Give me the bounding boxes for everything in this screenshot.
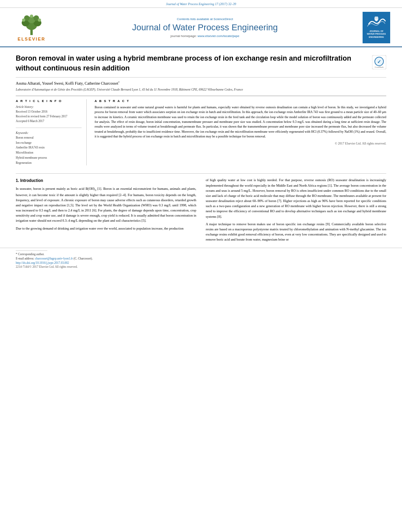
body-divider: [16, 173, 386, 174]
intro-section-heading: Introduction: [20, 178, 43, 183]
article-footer: * Corresponding author. E-mail address: …: [0, 248, 402, 271]
email-author: (C. Charcosset).: [74, 257, 93, 260]
elsevier-tree-icon: [16, 14, 47, 36]
journal-homepage: journal homepage: www.elsevier.com/locat…: [55, 34, 355, 38]
article-info-block: A R T I C L E I N F O Article history: R…: [16, 99, 82, 124]
sciencedirect-text[interactable]: ScienceDirect: [214, 17, 233, 21]
affiliation-line: Laboratoire d'Automatique et de Génie de…: [16, 87, 386, 92]
keyword-4: Microfiltration: [16, 150, 82, 156]
revised-date: Received in revised form 27 February 201…: [16, 114, 82, 119]
abstract-column: A B S T R A C T Boron contained in seawa…: [95, 99, 386, 166]
homepage-url[interactable]: www.elsevier.com/locate/jwpe: [197, 34, 239, 38]
history-label: Article history:: [16, 105, 82, 109]
journal-logo-text: JOURNAL OFWATER PROCESSENGINEERING: [367, 30, 386, 38]
keywords-list: Boron removal Ion exchange Amberlite IRA…: [16, 135, 82, 166]
accepted-date: Accepted 6 March 2017: [16, 119, 82, 124]
email-link[interactable]: charcosset@lagep.univ-lyon1.fr: [35, 257, 73, 260]
svg-point-7: [22, 19, 25, 22]
copyright-line: © 2017 Elsevier Ltd. All rights reserved…: [95, 142, 386, 145]
intro-section-title: 1. Introduction: [16, 178, 196, 184]
authors-line: Assma Alharati, Yousef Swesi, Koffi Fiat…: [16, 81, 386, 85]
keyword-6: Regeneration: [16, 161, 82, 166]
body-content: 1. Introduction In seawater, boron is pr…: [0, 178, 402, 245]
affiliation-text: Laboratoire d'Automatique et de Génie de…: [16, 88, 243, 91]
keyword-1: Boron removal: [16, 135, 82, 141]
journal-logo-box: JOURNAL OFWATER PROCESSENGINEERING: [363, 12, 390, 43]
introduction-section: 1. Introduction In seawater, boron is pr…: [16, 178, 386, 245]
abstract-heading: A B S T R A C T: [95, 99, 386, 103]
keywords-heading: Keywords:: [16, 131, 82, 135]
article-info-heading: A R T I C L E I N F O: [16, 99, 82, 103]
svg-point-8: [38, 19, 41, 22]
abstract-text: Boron contained in seawater and some nat…: [95, 105, 386, 139]
article-info-column: A R T I C L E I N F O Article history: R…: [16, 99, 87, 166]
article-info-abstract-section: A R T I C L E I N F O Article history: R…: [16, 96, 386, 166]
elsevier-logo: ELSEVIER: [8, 14, 55, 41]
svg-text:✓: ✓: [377, 59, 381, 65]
doi-text: http://dx.doi.org/10.1016/j.jwpe.2017.03…: [16, 261, 69, 265]
keyword-5: Hybrid membrane process: [16, 156, 82, 161]
email-label: E-mail address:: [16, 257, 35, 260]
corresponding-author-text: * Corresponding author.: [16, 252, 45, 256]
article-title-section: Boron removal in water using a hybrid me…: [16, 54, 386, 78]
article-title: Boron removal in water using a hybrid me…: [16, 54, 372, 73]
authors-text: Assma Alharati, Yousef Swesi, Koffi Fiat…: [16, 82, 118, 86]
svg-point-9: [30, 15, 33, 18]
keywords-block: Keywords: Boron removal Ion exchange Amb…: [16, 131, 82, 166]
received-date: Received 13 October 2016: [16, 109, 82, 114]
intro-para-2: Due to the growing demand of drinking an…: [16, 226, 196, 231]
journal-logo-wave-icon: [367, 17, 386, 28]
intro-section-number: 1.: [16, 178, 19, 183]
svg-text:CrossMark: CrossMark: [375, 66, 384, 68]
keyword-3: Amberlite IRA743 resin: [16, 145, 82, 150]
intro-para-3: of high quality water at low cost is hig…: [206, 178, 386, 219]
intro-para-4: A major technique to remove boron makes …: [206, 222, 386, 243]
crossmark-badge-icon[interactable]: ✓ CrossMark: [372, 55, 386, 69]
intro-col-left: 1. Introduction In seawater, boron is pr…: [16, 178, 196, 245]
email-line: E-mail address: charcosset@lagep.univ-ly…: [16, 257, 386, 260]
corresponding-sup: *: [118, 81, 120, 84]
journal-title-section: Contents lists available at ScienceDirec…: [55, 17, 355, 38]
corresponding-author-note: * Corresponding author.: [16, 252, 386, 256]
footer-copyright: 2214-7144/© 2017 Elsevier Ltd. All right…: [16, 265, 386, 269]
intro-col-right: of high quality water at low cost is hig…: [206, 178, 386, 245]
citation-text: Journal of Water Process Engineering 17 …: [166, 2, 236, 6]
sciencedirect-link: Contents lists available at ScienceDirec…: [55, 17, 355, 21]
article-content: Boron removal in water using a hybrid me…: [0, 47, 402, 169]
intro-para-1: In seawater, boron is present mainly as …: [16, 186, 196, 224]
article-dates: Received 13 October 2016 Received in rev…: [16, 109, 82, 124]
page-wrapper: Journal of Water Process Engineering 17 …: [0, 0, 402, 532]
contents-label: Contents lists available at: [177, 17, 213, 21]
journal-header: ELSEVIER Contents lists available at Sci…: [0, 8, 402, 47]
keyword-2: Ion exchange: [16, 141, 82, 146]
journal-logo-section: JOURNAL OFWATER PROCESSENGINEERING: [355, 12, 390, 43]
homepage-label: journal homepage:: [171, 34, 197, 38]
journal-main-title: Journal of Water Process Engineering: [55, 22, 355, 33]
elsevier-logo-section: ELSEVIER: [8, 14, 55, 41]
top-citation-bar: Journal of Water Process Engineering 17 …: [0, 0, 402, 8]
elsevier-brand-text: ELSEVIER: [18, 37, 45, 41]
doi-line[interactable]: http://dx.doi.org/10.1016/j.jwpe.2017.03…: [16, 261, 386, 265]
